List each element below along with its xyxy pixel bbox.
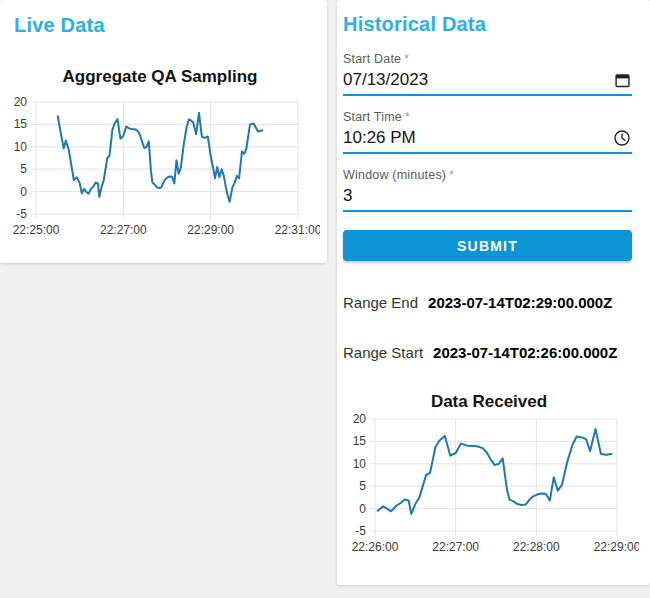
svg-text:22:26:00: 22:26:00	[352, 540, 399, 554]
clock-icon	[613, 129, 631, 147]
range-end-value: 2023-07-14T02:29:00.000Z	[428, 294, 612, 311]
calendar-icon	[614, 72, 631, 89]
aggregate-qa-chart: Aggregate QA Sampling 20151050-522:25:00…	[0, 67, 327, 247]
live-panel-title: Live Data	[14, 14, 327, 37]
svg-text:22:27:00: 22:27:00	[432, 540, 479, 554]
svg-text:22:28:00: 22:28:00	[513, 540, 560, 554]
svg-text:15: 15	[353, 434, 367, 448]
time-picker-button[interactable]	[612, 128, 632, 148]
aggregate-chart-canvas: 20151050-522:25:0022:27:0022:29:0022:31:…	[0, 97, 320, 247]
svg-text:5: 5	[20, 162, 27, 176]
start-time-input[interactable]	[343, 126, 612, 150]
range-end-row: Range End 2023-07-14T02:29:00.000Z	[343, 294, 632, 311]
svg-text:0: 0	[20, 185, 27, 199]
window-minutes-label: Window (minutes)*	[343, 168, 632, 182]
svg-text:22:29:00: 22:29:00	[187, 223, 234, 237]
start-time-field: Start Time*	[343, 110, 632, 154]
start-date-value-row	[343, 66, 632, 96]
range-end-label: Range End	[343, 294, 418, 311]
date-picker-button[interactable]	[612, 70, 632, 90]
window-minutes-input[interactable]	[343, 184, 632, 208]
svg-text:20: 20	[14, 97, 28, 109]
svg-text:22:25:00: 22:25:00	[13, 223, 60, 237]
aggregate-chart-title: Aggregate QA Sampling	[0, 67, 320, 87]
svg-text:5: 5	[359, 479, 366, 493]
window-minutes-value-row	[343, 182, 632, 212]
historical-data-panel: Historical Data Start Date* Start Time*	[337, 0, 650, 585]
svg-text:10: 10	[14, 140, 28, 154]
page: Live Data Aggregate QA Sampling 20151050…	[0, 0, 650, 585]
window-minutes-field: Window (minutes)*	[343, 168, 632, 212]
svg-text:10: 10	[353, 457, 367, 471]
start-date-field: Start Date*	[343, 52, 632, 96]
historical-panel-title: Historical Data	[343, 13, 632, 36]
live-data-panel: Live Data Aggregate QA Sampling 20151050…	[0, 0, 327, 263]
svg-text:22:31:00: 22:31:00	[275, 223, 320, 237]
range-start-value: 2023-07-14T02:26:00.000Z	[433, 344, 617, 361]
svg-text:-5: -5	[355, 524, 366, 538]
required-asterisk: *	[405, 110, 410, 124]
svg-text:20: 20	[353, 414, 367, 426]
range-start-label: Range Start	[343, 344, 423, 361]
svg-text:-5: -5	[16, 207, 27, 221]
range-start-row: Range Start 2023-07-14T02:26:00.000Z	[343, 344, 632, 361]
start-time-label: Start Time*	[343, 110, 632, 124]
submit-button[interactable]: SUBMIT	[343, 230, 632, 261]
svg-text:22:29:00: 22:29:00	[594, 540, 639, 554]
required-asterisk: *	[449, 168, 454, 182]
received-chart-canvas: 20151050-522:26:0022:27:0022:28:0022:29:…	[339, 414, 639, 564]
received-chart-title: Data Received	[339, 392, 639, 412]
start-date-label: Start Date*	[343, 52, 632, 66]
start-time-value-row	[343, 124, 632, 154]
data-received-chart: Data Received 20151050-522:26:0022:27:00…	[343, 392, 632, 564]
start-date-input[interactable]	[343, 68, 612, 92]
required-asterisk: *	[404, 52, 409, 66]
svg-text:22:27:00: 22:27:00	[100, 223, 147, 237]
svg-text:15: 15	[14, 117, 28, 131]
svg-text:0: 0	[359, 502, 366, 516]
